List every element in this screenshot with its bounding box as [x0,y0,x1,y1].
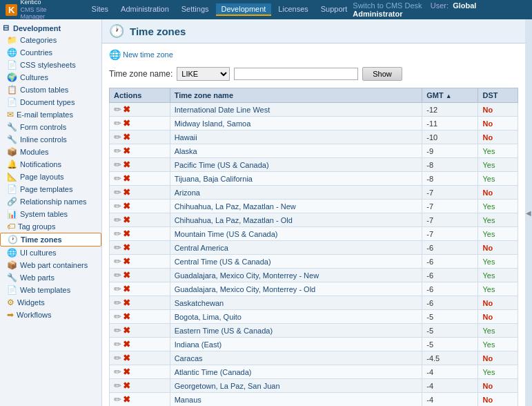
sidebar-item-inline-controls[interactable]: 🔧 Inline controls [0,133,101,146]
edit-icon[interactable]: ✏ [114,160,121,170]
actions-cell: ✏ ✖ [110,393,170,407]
sidebar-item-form-controls[interactable]: 🔧 Form controls [0,121,101,133]
delete-icon[interactable]: ✖ [123,353,130,363]
dst-cell: No [478,241,518,255]
col-timezone-name[interactable]: Time zone name [170,88,422,103]
dst-cell: Yes [478,227,518,241]
edit-icon[interactable]: ✏ [114,201,121,211]
sidebar-item-modules[interactable]: 📦 Modules [0,146,101,158]
sidebar-item-web-templates[interactable]: 📄 Web templates [0,284,101,296]
table-row: ✏ ✖ Tijuana, Baja California-8Yes [110,172,518,186]
sidebar-item-relationship-names[interactable]: 🔗 Relationship names [0,195,101,208]
delete-icon[interactable]: ✖ [123,215,130,225]
edit-icon[interactable]: ✏ [114,380,121,391]
sidebar-item-page-layouts[interactable]: 📐 Page layouts [0,171,101,183]
delete-icon[interactable]: ✖ [123,118,130,128]
edit-icon[interactable]: ✏ [114,270,121,280]
sidebar-item-tag-groups[interactable]: 🏷 Tag groups [0,220,101,233]
page-layouts-icon: 📐 [7,172,17,182]
sidebar-item-page-templates[interactable]: 📄 Page templates [0,183,101,195]
sidebar-item-web-part-containers[interactable]: 📦 Web part containers [0,259,101,271]
edit-icon[interactable]: ✏ [114,256,121,267]
dst-cell: No [478,393,518,407]
edit-icon[interactable]: ✏ [114,394,121,405]
delete-icon[interactable]: ✖ [123,146,130,156]
nav-administration[interactable]: Administration [115,3,175,16]
nav-settings[interactable]: Settings [176,3,215,16]
edit-icon[interactable]: ✏ [114,353,121,363]
action-icons: ✏ ✖ [114,173,166,184]
table-body: ✏ ✖ International Date Line West-12No ✏ … [110,103,518,407]
delete-icon[interactable]: ✖ [123,367,130,377]
sidebar-item-web-parts[interactable]: 🔧 Web parts [0,271,101,284]
delete-icon[interactable]: ✖ [123,298,130,308]
sidebar-item-categories[interactable]: 📁 Categories [0,34,101,46]
edit-icon[interactable]: ✏ [114,187,121,197]
edit-icon[interactable]: ✏ [114,104,121,115]
action-icons: ✏ ✖ [114,284,166,294]
filter-operator-select[interactable]: LIKE NOT LIKE = != [177,67,230,81]
delete-icon[interactable]: ✖ [123,339,130,349]
sidebar-item-system-tables[interactable]: 📊 System tables [0,208,101,220]
delete-icon[interactable]: ✖ [123,201,130,211]
edit-icon[interactable]: ✏ [114,215,121,225]
delete-icon[interactable]: ✖ [123,104,130,115]
delete-icon[interactable]: ✖ [123,187,130,197]
dst-cell: No [478,310,518,324]
sidebar-item-ui-cultures[interactable]: 🌐 UI cultures [0,246,101,259]
delete-icon[interactable]: ✖ [123,284,130,294]
action-icons: ✏ ✖ [114,215,166,225]
delete-icon[interactable]: ✖ [123,160,130,170]
nav-support[interactable]: Support [315,3,353,16]
col-gmt[interactable]: GMT ▲ [422,88,478,103]
nav-development[interactable]: Development [216,3,272,16]
edit-icon[interactable]: ✏ [114,229,121,239]
delete-icon[interactable]: ✖ [123,132,130,142]
sidebar-item-notifications[interactable]: 🔔 Notifications [0,158,101,171]
edit-icon[interactable]: ✏ [114,311,121,322]
nav-licenses[interactable]: Licenses [273,3,313,16]
edit-icon[interactable]: ✏ [114,118,121,128]
edit-icon[interactable]: ✏ [114,242,121,253]
edit-icon[interactable]: ✏ [114,339,121,349]
sidebar-item-time-zones[interactable]: 🕐 Time zones [0,233,101,246]
actions-cell: ✏ ✖ [110,117,170,130]
delete-icon[interactable]: ✖ [123,242,130,253]
tag-groups-icon: 🏷 [7,222,15,231]
sidebar-item-workflows[interactable]: ➡ Workflows [0,309,101,321]
col-dst: DST [478,88,518,103]
delete-icon[interactable]: ✖ [123,270,130,280]
edit-icon[interactable]: ✏ [114,325,121,336]
sidebar-item-cultures[interactable]: 🌍 Cultures [0,71,101,84]
delete-icon[interactable]: ✖ [123,311,130,322]
filter-input[interactable] [234,68,358,80]
sidebar-item-countries[interactable]: 🌐 Countries [0,46,101,59]
delete-icon[interactable]: ✖ [123,325,130,336]
edit-icon[interactable]: ✏ [114,284,121,294]
edit-icon[interactable]: ✏ [114,146,121,156]
delete-icon[interactable]: ✖ [123,256,130,267]
sidebar-item-custom-tables[interactable]: 📋 Custom tables [0,84,101,96]
edit-icon[interactable]: ✏ [114,132,121,142]
delete-icon[interactable]: ✖ [123,229,130,239]
actions-cell: ✏ ✖ [110,282,170,296]
timezone-name-cell: Manaus [170,393,422,407]
delete-icon[interactable]: ✖ [123,380,130,391]
table-row: ✏ ✖ Atlantic Time (Canada)-4Yes [110,365,518,379]
delete-icon[interactable]: ✖ [123,394,130,405]
switch-to-cms-desk[interactable]: Switch to CMS Desk [353,1,422,10]
new-time-zone-link[interactable]: 🌐 New time zone [109,49,518,60]
sidebar-item-email-templates[interactable]: ✉ E-mail templates [0,108,101,121]
show-button[interactable]: Show [362,67,402,81]
edit-icon[interactable]: ✏ [114,173,121,184]
sidebar-item-widgets[interactable]: ⚙ Widgets [0,296,101,309]
delete-icon[interactable]: ✖ [123,173,130,184]
sidebar-item-document-types[interactable]: 📄 Document types [0,96,101,108]
sidebar-collapse-handle[interactable]: ◀ [525,19,532,406]
edit-icon[interactable]: ✏ [114,367,121,377]
nav-sites[interactable]: Sites [86,3,114,16]
action-icons: ✏ ✖ [114,339,166,349]
edit-icon[interactable]: ✏ [114,298,121,308]
action-icons: ✏ ✖ [114,104,166,115]
sidebar-item-css-stylesheets[interactable]: 📄 CSS stylesheets [0,59,101,71]
